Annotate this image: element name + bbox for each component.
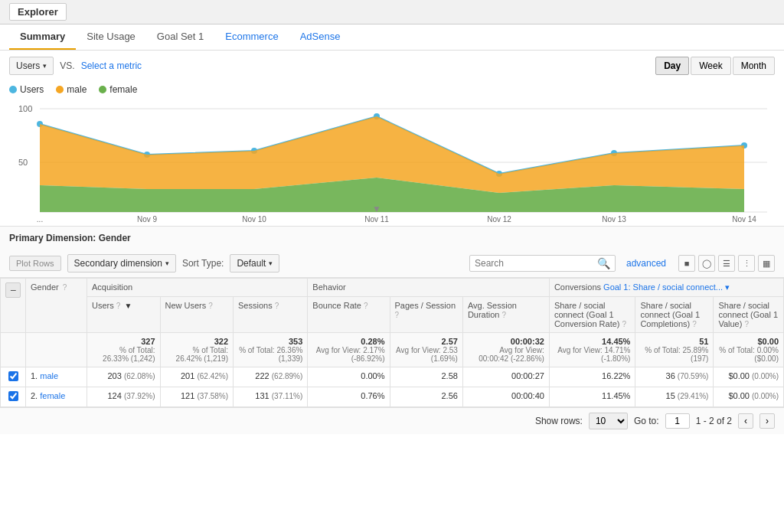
new-users-help: ?: [208, 302, 213, 310]
conversions-header: Conversions Goal 1: Share / social conne…: [549, 279, 783, 297]
data-table: − Gender ? Acquisition Behavior Conversi…: [0, 278, 784, 407]
svg-text:Nov 13: Nov 13: [602, 215, 626, 224]
svg-text:Nov 14: Nov 14: [732, 215, 756, 224]
chart-svg: 100 50 ... Nov 9 Nov 10: [9, 101, 775, 226]
legend-users-label: Users: [20, 84, 44, 95]
tab-goal-set-1[interactable]: Goal Set 1: [146, 24, 214, 50]
header-completions: Share / social connect (Goal 1 Completio…: [635, 297, 714, 333]
header-conversion-rate: Share / social connect (Goal 1 Conversio…: [549, 297, 635, 333]
row2-gender-link[interactable]: female: [40, 391, 65, 400]
period-week-btn[interactable]: Week: [691, 57, 730, 75]
row1-checkbox-cell[interactable]: [1, 367, 26, 387]
bounce-help: ?: [364, 302, 368, 310]
chart-container: 100 50 ... Nov 9 Nov 10: [0, 101, 784, 226]
completions-help: ?: [692, 320, 697, 328]
row1-avg-duration: 00:00:27: [462, 367, 549, 387]
view-mode-icons: ■ ◯ ☰ ⋮ ▦: [678, 255, 775, 272]
table-footer: Show rows: 10 25 50 100 Go to: 1 - 2 of …: [0, 407, 784, 434]
deselect-all-button[interactable]: −: [5, 282, 21, 298]
period-month-btn[interactable]: Month: [733, 57, 775, 75]
dimension-dropdown[interactable]: Users ▾: [9, 57, 54, 75]
select-metric-link[interactable]: Select a metric: [81, 60, 142, 71]
sec-dim-arrow: ▾: [165, 259, 169, 267]
row2-new-users: 121 (37.58%): [160, 387, 234, 407]
header-users: Users ? ▼: [87, 297, 161, 333]
row1-gender-link[interactable]: male: [40, 371, 58, 380]
explorer-title: Explorer: [9, 3, 67, 21]
total-completions: 51 % of Total: 25.89% (197): [635, 333, 714, 367]
total-new-users: 322 % of Total: 26.42% (1,219): [160, 333, 234, 367]
sort-dropdown[interactable]: Default ▾: [230, 254, 279, 273]
next-page-button[interactable]: ›: [760, 413, 775, 429]
period-buttons: Day Week Month: [655, 57, 775, 75]
row1-bounce-rate: 0.00%: [308, 367, 390, 387]
total-sessions: 353 % of Total: 26.36% (1,339): [234, 333, 308, 367]
circle-view-icon[interactable]: ◯: [698, 255, 715, 272]
row2-checkbox-cell[interactable]: [1, 387, 26, 407]
header-gender: Gender ?: [26, 279, 87, 333]
secondary-dimension-dropdown[interactable]: Secondary dimension ▾: [67, 254, 176, 273]
header-bounce-rate: Bounce Rate ?: [308, 297, 390, 333]
advanced-link[interactable]: advanced: [626, 258, 666, 269]
svg-text:...: ...: [37, 215, 43, 224]
primary-dimension-value: Gender: [99, 233, 131, 243]
row1-checkbox[interactable]: [8, 371, 18, 381]
tab-summary[interactable]: Summary: [9, 24, 76, 50]
row1-goal-value: $0.00 (0.00%): [714, 367, 784, 387]
legend-male: male: [56, 84, 87, 95]
vs-label: VS.: [60, 60, 74, 71]
page-range: 1 - 2 of 2: [696, 416, 732, 426]
area-chart: 100 50 ... Nov 9 Nov 10: [9, 101, 775, 224]
total-pages-session: 2.57 Avg for View: 2.53 (1.69%): [390, 333, 462, 367]
pivot-view-icon[interactable]: ▦: [758, 255, 775, 272]
row2-avg-duration: 00:00:40: [462, 387, 549, 407]
search-icon: 🔍: [597, 257, 610, 269]
row1-users: 203 (62.08%): [87, 367, 161, 387]
compare-view-icon[interactable]: ⋮: [738, 255, 755, 272]
sessions-help: ?: [275, 302, 279, 310]
grid-view-icon[interactable]: ■: [678, 255, 695, 272]
goal-dropdown[interactable]: Goal 1: Share / social connect...: [603, 282, 730, 292]
top-bar: Explorer: [0, 0, 784, 24]
rows-per-page-select[interactable]: 10 25 50 100: [589, 413, 628, 429]
total-conversion-rate: 14.45% Avg for View: 14.71% (-1.80%): [549, 333, 635, 367]
row2-checkbox[interactable]: [8, 391, 18, 401]
row1-new-users: 201 (62.42%): [160, 367, 234, 387]
header-checkbox-cell: −: [1, 279, 26, 333]
go-to-input[interactable]: [665, 413, 690, 429]
table-row: 2. female 124 (37.92%) 121 (37.58%) 131 …: [1, 387, 784, 407]
dropdown-arrow: ▾: [43, 62, 47, 70]
row2-pages-session: 2.56: [390, 387, 462, 407]
list-view-icon[interactable]: ☰: [718, 255, 735, 272]
total-bounce-rate: 0.28% Avg for View: 2.17% (-86.92%): [308, 333, 390, 367]
search-box[interactable]: 🔍: [469, 255, 616, 272]
go-to-label: Go to:: [634, 416, 659, 426]
row2-gender-cell: 2. female: [26, 387, 87, 407]
behavior-header: Behavior: [308, 279, 550, 297]
tab-site-usage[interactable]: Site Usage: [76, 24, 146, 50]
row1-pages-session: 2.58: [390, 367, 462, 387]
sort-type-label: Sort Type:: [182, 258, 224, 269]
legend-male-label: male: [67, 84, 87, 95]
legend-users: Users: [9, 84, 44, 95]
svg-text:Nov 10: Nov 10: [242, 215, 266, 224]
male-color-dot: [56, 86, 64, 93]
pages-help: ?: [395, 311, 400, 319]
row2-bounce-rate: 0.76%: [308, 387, 390, 407]
plot-rows-button[interactable]: Plot Rows: [9, 256, 61, 271]
users-sort-arrow: ▼: [124, 302, 132, 310]
total-goal-value: $0.00 % of Total: 0.00% ($0.00): [714, 333, 784, 367]
total-check-cell: [1, 333, 26, 367]
search-input[interactable]: [475, 258, 597, 269]
header-new-users: New Users ?: [160, 297, 234, 333]
tab-ecommerce[interactable]: Ecommerce: [214, 24, 289, 50]
conv-rate-help: ?: [622, 320, 627, 328]
prev-page-button[interactable]: ‹: [738, 413, 753, 429]
svg-text:▼: ▼: [372, 204, 381, 214]
row1-gender-cell: 1. male: [26, 367, 87, 387]
tab-adsense[interactable]: AdSense: [289, 24, 351, 50]
row2-users: 124 (37.92%): [87, 387, 161, 407]
total-users: 327 % of Total: 26.33% (1,242): [87, 333, 161, 367]
period-day-btn[interactable]: Day: [655, 57, 689, 75]
svg-text:50: 50: [18, 158, 28, 167]
